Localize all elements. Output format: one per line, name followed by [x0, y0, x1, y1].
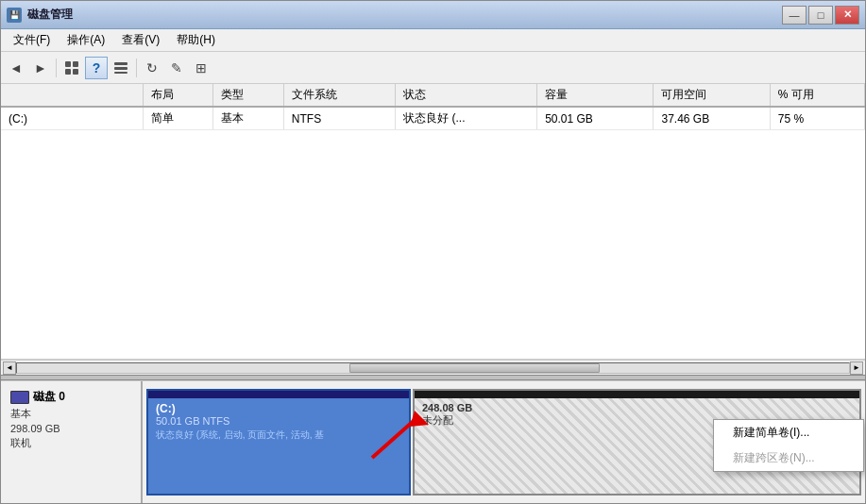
context-menu: 新建简单卷(I)... 新建跨区卷(N)... [713, 419, 864, 472]
menu-help[interactable]: 帮助(H) [168, 29, 224, 51]
cell-filesystem: NTFS [283, 107, 395, 130]
window-controls: — □ ✕ [782, 6, 859, 25]
svg-rect-0 [65, 61, 71, 67]
cell-status: 状态良好 (... [396, 107, 537, 130]
col-capacity: 容量 [537, 84, 654, 107]
svg-line-7 [372, 420, 415, 458]
red-arrow-svg [358, 406, 433, 462]
svg-rect-2 [65, 69, 71, 75]
edit-button[interactable]: ✎ [165, 57, 188, 79]
partition-table: 布局 类型 文件系统 状态 容量 可用空间 % 可用 (C:) 简单 [1, 84, 865, 130]
refresh-button[interactable]: ↻ [141, 57, 163, 79]
svg-rect-5 [114, 67, 127, 70]
disk-number: 磁盘 0 [33, 389, 65, 405]
disk-label: 磁盘 0 [10, 389, 131, 405]
window-icon: 💾 [7, 8, 22, 23]
menu-bar: 文件(F) 操作(A) 查看(V) 帮助(H) [1, 29, 865, 52]
context-menu-item-new-simple[interactable]: 新建简单卷(I)... [714, 420, 863, 445]
scroll-right-button[interactable]: ► [850, 361, 863, 375]
help-button[interactable]: ? [85, 57, 108, 79]
toolbar: ◄ ► ? ↻ ✎ ⊞ [1, 52, 865, 84]
view-button-2[interactable] [110, 57, 132, 79]
table-header-row: 布局 类型 文件系统 状态 容量 可用空间 % 可用 [1, 84, 865, 107]
cell-layout: 简单 [143, 107, 213, 130]
tools-button[interactable]: ⊞ [190, 57, 212, 79]
col-pct: % 可用 [770, 84, 864, 107]
disk-size: 298.09 GB [10, 423, 131, 434]
menu-action[interactable]: 操作(A) [59, 29, 113, 51]
partition-unallocated[interactable]: 248.08 GB 未分配 新建简单卷(I)... 新建跨区卷(N)... [413, 389, 861, 496]
col-status: 状态 [396, 84, 537, 107]
svg-rect-4 [114, 62, 127, 65]
col-filesystem: 文件系统 [283, 84, 395, 107]
table-row[interactable]: (C:) 简单 基本 NTFS 状态良好 (... 50.01 GB 37.46… [1, 107, 865, 130]
partition-c-label: (C:) [156, 402, 176, 415]
back-button[interactable]: ◄ [5, 57, 27, 79]
disk-icon [10, 391, 29, 404]
horizontal-scrollbar[interactable]: ◄ ► [1, 360, 865, 375]
cell-freespace: 37.46 GB [654, 107, 770, 130]
scrollbar-thumb[interactable] [349, 363, 599, 373]
view-button-1[interactable] [60, 57, 83, 79]
red-arrow-indicator [358, 406, 433, 465]
partition-table-area: 布局 类型 文件系统 状态 容量 可用空间 % 可用 (C:) 简单 [1, 84, 865, 360]
col-type: 类型 [213, 84, 284, 107]
context-menu-item-new-spanned: 新建跨区卷(N)... [714, 445, 863, 471]
col-layout: 布局 [143, 84, 213, 107]
col-name [1, 84, 143, 107]
maximize-button[interactable]: □ [808, 6, 833, 25]
svg-rect-3 [73, 69, 78, 75]
partition-unalloc-topbar [415, 391, 859, 398]
minimize-button[interactable]: — [782, 6, 807, 25]
window-title: 磁盘管理 [27, 7, 782, 23]
close-button[interactable]: ✕ [835, 6, 859, 25]
disk-visual-area: 磁盘 0 基本 298.09 GB 联机 (C:) 50.01 GB NTFS … [1, 380, 865, 503]
svg-rect-1 [73, 61, 78, 67]
menu-view[interactable]: 查看(V) [113, 29, 168, 51]
disk-status: 联机 [10, 436, 131, 450]
cell-pct: 75 % [770, 107, 864, 130]
title-bar: 💾 磁盘管理 — □ ✕ [1, 1, 865, 29]
partition-c-topbar [148, 391, 409, 398]
svg-rect-6 [114, 72, 127, 74]
col-freespace: 可用空间 [654, 84, 770, 107]
list-icon [113, 60, 128, 76]
main-window: 💾 磁盘管理 — □ ✕ 文件(F) 操作(A) 查看(V) 帮助(H) ◄ ►… [0, 0, 866, 504]
main-content: 布局 类型 文件系统 状态 容量 可用空间 % 可用 (C:) 简单 [1, 84, 865, 503]
forward-button[interactable]: ► [29, 57, 52, 79]
grid-icon [64, 60, 79, 76]
partition-unalloc-size: 248.08 GB [422, 402, 852, 413]
menu-file[interactable]: 文件(F) [5, 29, 59, 51]
cell-name: (C:) [1, 107, 143, 130]
scroll-left-button[interactable]: ◄ [3, 361, 16, 375]
disk-info-panel: 磁盘 0 基本 298.09 GB 联机 [1, 381, 143, 503]
toolbar-separator-2 [136, 59, 137, 77]
disk-type: 基本 [10, 407, 131, 421]
disk-partitions: (C:) 50.01 GB NTFS 状态良好 (系统, 启动, 页面文件, 活… [143, 381, 865, 503]
scrollbar-track[interactable] [16, 362, 850, 374]
table-scroll[interactable]: 布局 类型 文件系统 状态 容量 可用空间 % 可用 (C:) 简单 [1, 84, 865, 359]
toolbar-separator-1 [56, 59, 57, 77]
cell-capacity: 50.01 GB [537, 107, 654, 130]
cell-type: 基本 [213, 107, 284, 130]
svg-marker-8 [410, 411, 429, 427]
